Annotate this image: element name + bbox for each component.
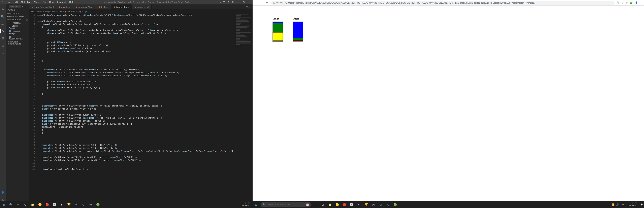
bp-item[interactable]: Caught Excepti... [6,24,29,30]
clock-left[interactable]: 11:3827/12/2022 [240,202,252,207]
remote-icon[interactable]: ⧉ [0,43,5,48]
start-debug-icon[interactable]: ▷ [7,5,8,8]
close-icon[interactable]: × [128,6,130,8]
tab[interactable]: ◆nota.html [56,4,73,10]
bp-item[interactable]: JuegoSecreto... [6,35,29,40]
cloud-icon[interactable]: ☁ [608,203,610,206]
reload-button[interactable]: ⟳ [266,2,269,4]
taskbar-search[interactable]: 🔍 📅 [260,202,311,207]
share-icon[interactable]: ⤢ [622,2,624,4]
app-icon[interactable]: ⋈ [370,202,376,208]
tab-active[interactable]: ◆barras.html× [111,4,132,10]
config-selector[interactable]: No Conf... [9,5,21,8]
app-icon[interactable]: 🔴 [342,202,347,208]
bp-item[interactable]: Uncaught Except... [6,30,29,35]
layout-icon[interactable]: ◫ [222,1,226,4]
app-icon[interactable]: ⋈ [73,202,79,208]
section-watch[interactable]: WATCH [6,8,29,12]
menu-icon[interactable]: ⋮ [640,2,642,4]
tab[interactable]: ◆for.html [96,4,111,10]
back-button[interactable]: ← [254,2,258,4]
wifi-icon[interactable]: 📶 [612,203,614,206]
lens-icon[interactable]: 🔍 [617,2,620,4]
cortana-icon[interactable]: ○ [15,202,21,208]
section-loaded[interactable]: LOADED SCRIPTS [6,15,29,18]
app-icon[interactable]: 🏆 [66,202,72,208]
tab[interactable]: ◆programa2.html [73,4,96,10]
vscode-icon[interactable]: ⧉ [80,202,86,208]
menu-vscode-icon[interactable]: ⧉ [0,1,5,4]
edge-icon[interactable]: ◎ [88,202,94,208]
task-view-icon[interactable]: ⧉ [22,202,28,208]
menu-selection[interactable]: Selection [20,1,32,4]
volume-icon[interactable]: 🔊 [616,203,619,206]
minimap[interactable] [234,13,252,204]
menu-view[interactable]: View [32,1,41,4]
menu-help[interactable]: Help [68,1,76,4]
app-icon[interactable]: 🟡 [334,202,340,208]
editor: ◆JuegoSecreto1.html ◆nota.html ◆programa… [29,4,252,204]
task-view-icon[interactable]: ⧉ [320,202,326,208]
section-breakpoints[interactable]: BREAKPOINTS 🖉 [6,18,29,21]
edge-icon[interactable]: ◎ [385,202,391,208]
cortana-icon[interactable]: ○ [312,202,318,208]
scm-icon[interactable]: ⎇ [0,21,5,26]
close-button[interactable]: ✕ [246,1,252,4]
menu-edit[interactable]: Edit [12,1,20,4]
app-icon[interactable]: 🟡 [37,202,43,208]
more-icon[interactable]: … [24,5,26,8]
app-icon[interactable]: ♦ [356,202,362,208]
layout-icon[interactable]: ▭ [218,1,222,4]
vscode-icon[interactable]: ⧉ [378,202,384,208]
chevron-up-icon[interactable]: ˄ [605,203,606,206]
menu-terminal[interactable]: Terminal [55,1,68,4]
lang-indicator[interactable]: ENG [621,203,626,206]
search-icon[interactable]: 🔍 [0,14,5,19]
app-icon[interactable]: 🖼 [349,202,354,208]
section-callstack[interactable]: CALL STACK [6,12,29,15]
search-icon[interactable]: 🔍 [8,202,14,208]
forward-button[interactable]: → [260,2,264,4]
window-controls: — ▢ ✕ [234,1,252,4]
file-explorer-icon[interactable]: 📁 [327,202,333,208]
file-explorer-icon[interactable]: 📁 [30,202,36,208]
section-browser-bp[interactable]: BROWSER BREAKPOINTS [6,40,29,46]
layout-icon[interactable]: ⊞ [231,1,234,4]
menu-run[interactable]: Run [48,1,55,4]
activity-bar: 🗎 🔍 ⎇ ▷ ⊞ ⧉ ⬡ 👤 ⚙ [0,4,6,204]
run-debug-icon[interactable]: ▷ [0,28,5,34]
clock-right[interactable]: 11:3827/12/2022 [627,202,639,207]
start-button[interactable]: ⊞ [253,202,259,208]
star-icon[interactable]: ☆ [626,2,628,4]
app-icon[interactable]: 🏆 [363,202,369,208]
search-input[interactable] [267,203,305,206]
profile-icon[interactable]: 👤 [635,2,638,4]
extensions-icon[interactable]: ⊞ [0,36,5,41]
tab[interactable]: ◆JuegoSecreto1.html [29,4,56,10]
menu-file[interactable]: File [5,1,12,4]
extensions-icon[interactable]: 🧩 [630,2,633,4]
live-icon[interactable]: ⬡ [0,50,5,55]
code-area[interactable]: class="k-tag"><class="k-blue">canvas wid… [37,13,234,204]
bp-item[interactable]: PruebaP... [6,21,29,24]
app-icon[interactable]: 🔴 [44,202,50,208]
app-icon[interactable]: ♦ [59,202,64,208]
explorer-icon[interactable]: 🗎 [0,7,5,12]
minimize-button[interactable]: — [234,1,240,4]
account-icon[interactable]: 👤 [0,190,5,195]
run-toolbar: ▷ No Conf... ⚙ … [6,4,29,8]
start-button[interactable]: ⊞ [1,202,6,208]
chrome-icon[interactable]: 🟢 [95,202,100,208]
app-icon[interactable]: 🖼 [52,202,57,208]
notifications-icon[interactable]: 💬 [640,203,643,206]
layout-icon[interactable]: ▯ [226,1,230,4]
chrome-icon[interactable]: 🟢 [392,202,398,208]
menu-go[interactable]: Go [41,1,48,4]
maximize-button[interactable]: ▢ [240,1,246,4]
address-bar[interactable]: ◎ Archivo | C:/Users/Ricardo/Desktop/ORA… [271,1,614,5]
tab[interactable]: ◆canvas.html [132,4,152,10]
gear-icon[interactable]: ⚙ [22,5,24,8]
browser-viewport [252,6,644,208]
breadcrumbs[interactable]: PracticaHtmlJsJuegosAnimaciones › ◆ barr… [29,10,252,13]
editor-actions[interactable]: ▭ … [244,4,252,10]
